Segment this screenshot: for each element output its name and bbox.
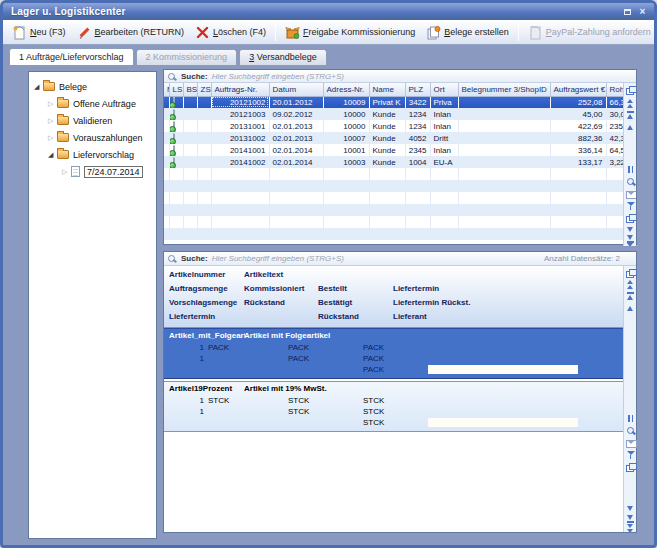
cell-roher[interactable]: 3,22 (606, 156, 623, 168)
cell-auftrag[interactable]: 20121002 (211, 96, 269, 108)
column-header[interactable]: Name (369, 83, 405, 96)
cell-auftrag[interactable]: 20121003 (211, 108, 269, 120)
cell-datum[interactable]: 02.01.2014 (269, 156, 323, 168)
cell-wert[interactable]: 882,36 (550, 132, 606, 144)
expanded-triangle-icon[interactable]: ◢ (34, 82, 43, 91)
cell-plz[interactable]: 3422 (405, 96, 430, 108)
cell-datum[interactable]: 02.01.2013 (269, 132, 323, 144)
toolbar-button-loeschen[interactable]: Löschen (F4) (190, 23, 271, 42)
cell-auftrag[interactable]: 20131002 (211, 132, 269, 144)
best-fit-columns-icon[interactable] (626, 165, 635, 174)
column-header[interactable]: Adress-Nr. (323, 83, 369, 96)
column-header[interactable]: Datum (269, 83, 323, 96)
navigate-prev-page-icon[interactable] (626, 292, 635, 301)
expanded-triangle-icon[interactable]: ◢ (48, 150, 57, 159)
cell-name[interactable]: Kunde (369, 108, 405, 120)
order-row[interactable]: 20131001 02.01.2013 10000 Kunde 1234 Inl… (164, 120, 623, 132)
cell-plz[interactable]: 1234 (405, 120, 430, 132)
order-row[interactable]: 20141002 02.01.2014 10003 Kunde 1004 EU-… (164, 156, 623, 168)
article-record[interactable]: Artikel19Prozent Artikel mit 19% MwSt. 1… (164, 381, 623, 432)
navigate-prev-icon[interactable] (626, 304, 635, 313)
zoom-icon[interactable] (626, 426, 635, 435)
tab-kommissionierung[interactable]: 2 Kommissionierung (136, 49, 238, 65)
cell-adresse[interactable]: 10001 (323, 144, 369, 156)
cell-auftrag[interactable]: 20141002 (211, 156, 269, 168)
order-row[interactable]: 20141001 02.01.2014 10001 Kunde 2345 Inl… (164, 144, 623, 156)
column-header[interactable]: Auftragswert € (550, 83, 606, 96)
order-row-selected[interactable]: 20121002 20.01.2012 10009 Privat K 3422 … (164, 96, 623, 108)
column-header[interactable]: LS (169, 83, 183, 96)
close-window-button[interactable]: × (635, 5, 650, 18)
cell-name[interactable]: Kunde (369, 120, 405, 132)
cell-adresse[interactable]: 10000 (323, 108, 369, 120)
column-header[interactable]: PLZ (405, 83, 430, 96)
collapsed-triangle-icon[interactable]: ▷ (62, 167, 71, 176)
collapsed-triangle-icon[interactable]: ▷ (48, 99, 57, 108)
filter-icon[interactable] (626, 450, 635, 459)
best-fit-columns-icon[interactable] (626, 414, 635, 423)
cell-ort[interactable]: Inlan (430, 144, 458, 156)
column-chooser-icon[interactable] (626, 85, 635, 94)
cell-datum[interactable]: 02.01.2014 (269, 144, 323, 156)
column-header[interactable]: Ort (430, 83, 458, 96)
order-row[interactable]: 20121003 09.02.2012 10000 Kunde 1234 Inl… (164, 108, 623, 120)
cell-beleg[interactable] (458, 108, 550, 120)
navigate-prev-icon[interactable] (626, 123, 635, 132)
tab-versandbelege[interactable]: 3 Versandbelege (239, 49, 327, 65)
collapsed-triangle-icon[interactable]: ▷ (48, 116, 57, 125)
cell-roher[interactable]: 235,71 (606, 120, 623, 132)
cell-roher[interactable]: 66,32 (606, 96, 623, 108)
cell-roher[interactable]: 30,00 (606, 108, 623, 120)
cell-adresse[interactable]: 10007 (323, 132, 369, 144)
navigate-last-icon[interactable] (626, 524, 635, 533)
cell-datum[interactable]: 20.01.2012 (269, 96, 323, 108)
cell-plz[interactable]: 1004 (405, 156, 430, 168)
cell-roher[interactable]: 42,36 (606, 132, 623, 144)
cell-wert[interactable]: 252,08 (550, 96, 606, 108)
titlebar[interactable]: Lager u. Logistikcenter × (3, 3, 654, 20)
layout-windows-icon[interactable] (626, 462, 635, 471)
zoom-icon[interactable] (626, 177, 635, 186)
navigate-next-page-icon[interactable] (626, 234, 635, 243)
cell-beleg[interactable] (458, 132, 550, 144)
cell-adresse[interactable]: 10003 (323, 156, 369, 168)
cell-ort[interactable]: Dritt (430, 132, 458, 144)
cell-ort[interactable]: Inlan (430, 120, 458, 132)
cell-plz[interactable]: 4052 (405, 132, 430, 144)
layout-windows-icon[interactable] (626, 213, 635, 222)
cell-adresse[interactable]: 10009 (323, 96, 369, 108)
lieferant-input[interactable] (428, 418, 578, 427)
cell-ort[interactable]: Priva (430, 96, 458, 108)
navigate-next-icon[interactable] (626, 504, 635, 513)
cell-name[interactable]: Privat K (369, 96, 405, 108)
tree-item-liefervorschlag-datum[interactable]: ▷ 7/24.07.2014 (29, 163, 156, 180)
tree-item-validieren[interactable]: ▷ Validieren (29, 112, 156, 129)
cell-beleg[interactable] (458, 144, 550, 156)
cell-wert[interactable]: 45,00 (550, 108, 606, 120)
column-header[interactable]: Belegnummer 3/ShopID (458, 83, 550, 96)
tree-item-vorauszahlungen[interactable]: ▷ Vorauszahlungen (29, 129, 156, 146)
column-header[interactable]: Roher (606, 83, 623, 96)
navigate-last-icon[interactable] (626, 243, 635, 246)
cell-beleg[interactable] (458, 156, 550, 168)
cell-ort[interactable]: Inlan (430, 108, 458, 120)
cell-beleg[interactable] (458, 120, 550, 132)
cell-wert[interactable]: 422,69 (550, 120, 606, 132)
cell-wert[interactable]: 336,14 (550, 144, 606, 156)
tree-item-belege[interactable]: ◢ Belege (29, 78, 156, 95)
cell-datum[interactable]: 09.02.2012 (269, 108, 323, 120)
column-header[interactable]: ZS (197, 83, 211, 96)
navigate-prev-page-icon[interactable] (626, 111, 635, 120)
tree-item-liefervorschlag[interactable]: ◢ Liefervorschlag (29, 146, 156, 163)
lieferant-input[interactable] (428, 365, 578, 374)
detail-search-bar[interactable]: Suche: Hier Suchbegriff eingeben (STRG+S… (164, 252, 636, 266)
order-row[interactable]: 20131002 02.01.2013 10007 Kunde 4052 Dri… (164, 132, 623, 144)
cell-auftrag[interactable]: 20141001 (211, 144, 269, 156)
column-header[interactable]: Auftrags-Nr. (211, 83, 269, 96)
cell-name[interactable]: Kunde (369, 132, 405, 144)
cell-beleg[interactable] (458, 96, 550, 108)
navigate-next-page-icon[interactable] (626, 514, 635, 523)
navigate-next-icon[interactable] (626, 225, 635, 234)
cell-name[interactable]: Kunde (369, 144, 405, 156)
toolbar-button-neu[interactable]: Neu (F3) (7, 23, 71, 42)
